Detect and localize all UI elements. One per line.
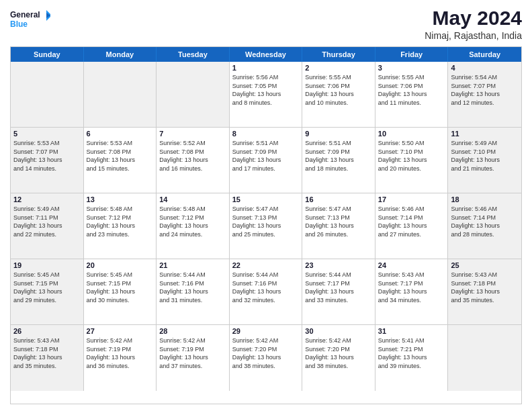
calendar-cell: 25Sunrise: 5:43 AM Sunset: 7:18 PM Dayli… [448,259,521,324]
day-info: Sunrise: 5:51 AM Sunset: 7:09 PM Dayligh… [305,139,372,173]
calendar-cell: 12Sunrise: 5:49 AM Sunset: 7:11 PM Dayli… [11,193,84,259]
calendar-cell [11,62,84,127]
calendar-row: 26Sunrise: 5:43 AM Sunset: 7:18 PM Dayli… [11,325,521,391]
day-number: 24 [378,261,445,269]
day-number: 11 [451,130,519,138]
page: General Blue May 2024 Nimaj, Rajasthan, … [0,0,532,411]
day-info: Sunrise: 5:49 AM Sunset: 7:11 PM Dayligh… [13,205,81,238]
calendar-cell: 8Sunrise: 5:51 AM Sunset: 7:09 PM Daylig… [230,128,303,193]
day-number: 8 [232,130,300,138]
calendar-header-cell: Wednesday [230,47,303,62]
day-info: Sunrise: 5:42 AM Sunset: 7:19 PM Dayligh… [87,336,154,370]
calendar-cell: 22Sunrise: 5:44 AM Sunset: 7:16 PM Dayli… [230,259,303,324]
calendar-cell: 27Sunrise: 5:42 AM Sunset: 7:19 PM Dayli… [84,325,157,391]
calendar-header: SundayMondayTuesdayWednesdayThursdayFrid… [11,47,521,62]
day-info: Sunrise: 5:43 AM Sunset: 7:18 PM Dayligh… [13,336,81,370]
day-info: Sunrise: 5:42 AM Sunset: 7:19 PM Dayligh… [159,336,226,370]
svg-text:Blue: Blue [10,19,28,29]
day-info: Sunrise: 5:44 AM Sunset: 7:16 PM Dayligh… [232,271,300,304]
day-number: 19 [13,261,81,269]
calendar-cell: 31Sunrise: 5:41 AM Sunset: 7:21 PM Dayli… [375,325,449,391]
day-number: 20 [87,261,154,269]
day-info: Sunrise: 5:42 AM Sunset: 7:20 PM Dayligh… [305,336,372,370]
calendar-cell: 21Sunrise: 5:44 AM Sunset: 7:16 PM Dayli… [157,259,230,324]
day-info: Sunrise: 5:53 AM Sunset: 7:07 PM Dayligh… [13,139,81,173]
logo: General Blue [10,7,50,37]
day-number: 22 [232,261,300,269]
day-number: 12 [13,195,81,203]
calendar-cell: 11Sunrise: 5:49 AM Sunset: 7:10 PM Dayli… [448,128,521,193]
calendar-row: 19Sunrise: 5:45 AM Sunset: 7:15 PM Dayli… [11,259,521,325]
calendar-header-cell: Sunday [11,47,84,62]
day-info: Sunrise: 5:48 AM Sunset: 7:12 PM Dayligh… [159,205,226,238]
day-info: Sunrise: 5:51 AM Sunset: 7:09 PM Dayligh… [232,139,300,173]
calendar-cell: 28Sunrise: 5:42 AM Sunset: 7:19 PM Dayli… [157,325,230,391]
day-info: Sunrise: 5:55 AM Sunset: 7:06 PM Dayligh… [378,73,445,107]
day-number: 21 [159,261,226,269]
calendar-cell: 2Sunrise: 5:55 AM Sunset: 7:06 PM Daylig… [302,62,375,127]
calendar-cell: 30Sunrise: 5:42 AM Sunset: 7:20 PM Dayli… [302,325,375,391]
day-number: 16 [305,195,372,203]
day-info: Sunrise: 5:52 AM Sunset: 7:08 PM Dayligh… [159,139,226,173]
day-number: 28 [159,327,226,335]
calendar-cell [157,62,230,127]
calendar-cell: 10Sunrise: 5:50 AM Sunset: 7:10 PM Dayli… [375,128,449,193]
day-number: 13 [87,195,154,203]
day-number: 17 [378,195,445,203]
day-number: 25 [451,261,519,269]
calendar-cell: 7Sunrise: 5:52 AM Sunset: 7:08 PM Daylig… [157,128,230,193]
calendar: SundayMondayTuesdayWednesdayThursdayFrid… [10,46,522,404]
calendar-cell: 15Sunrise: 5:47 AM Sunset: 7:13 PM Dayli… [230,193,303,259]
calendar-cell: 29Sunrise: 5:42 AM Sunset: 7:20 PM Dayli… [230,325,303,391]
calendar-cell [448,325,521,391]
day-info: Sunrise: 5:45 AM Sunset: 7:15 PM Dayligh… [87,271,154,304]
calendar-cell: 23Sunrise: 5:44 AM Sunset: 7:17 PM Dayli… [302,259,375,324]
calendar-header-cell: Friday [375,47,449,62]
svg-text:General: General [10,10,40,19]
calendar-cell: 19Sunrise: 5:45 AM Sunset: 7:15 PM Dayli… [11,259,84,324]
day-info: Sunrise: 5:44 AM Sunset: 7:16 PM Dayligh… [159,271,226,304]
calendar-cell: 13Sunrise: 5:48 AM Sunset: 7:12 PM Dayli… [84,193,157,259]
day-number: 14 [159,195,226,203]
calendar-cell: 6Sunrise: 5:53 AM Sunset: 7:08 PM Daylig… [84,128,157,193]
day-info: Sunrise: 5:41 AM Sunset: 7:21 PM Dayligh… [378,336,445,370]
calendar-cell: 3Sunrise: 5:55 AM Sunset: 7:06 PM Daylig… [375,62,449,127]
day-info: Sunrise: 5:45 AM Sunset: 7:15 PM Dayligh… [13,271,81,304]
day-number: 7 [159,130,226,138]
calendar-cell: 14Sunrise: 5:48 AM Sunset: 7:12 PM Dayli… [157,193,230,259]
calendar-cell: 20Sunrise: 5:45 AM Sunset: 7:15 PM Dayli… [84,259,157,324]
day-number: 26 [13,327,81,335]
day-number: 23 [305,261,372,269]
day-info: Sunrise: 5:49 AM Sunset: 7:10 PM Dayligh… [451,139,519,173]
day-info: Sunrise: 5:47 AM Sunset: 7:13 PM Dayligh… [305,205,372,238]
day-number: 9 [305,130,372,138]
day-info: Sunrise: 5:43 AM Sunset: 7:17 PM Dayligh… [378,271,445,304]
logo-svg: General Blue [10,7,50,37]
day-info: Sunrise: 5:46 AM Sunset: 7:14 PM Dayligh… [378,205,445,238]
title-area: May 2024 Nimaj, Rajasthan, India [425,7,522,41]
calendar-cell: 1Sunrise: 5:56 AM Sunset: 7:05 PM Daylig… [230,62,303,127]
calendar-cell: 4Sunrise: 5:54 AM Sunset: 7:07 PM Daylig… [448,62,521,127]
day-number: 10 [378,130,445,138]
calendar-header-cell: Tuesday [157,47,230,62]
day-info: Sunrise: 5:53 AM Sunset: 7:08 PM Dayligh… [87,139,154,173]
calendar-body: 1Sunrise: 5:56 AM Sunset: 7:05 PM Daylig… [11,62,521,391]
day-info: Sunrise: 5:56 AM Sunset: 7:05 PM Dayligh… [232,73,300,107]
day-number: 27 [87,327,154,335]
day-info: Sunrise: 5:50 AM Sunset: 7:10 PM Dayligh… [378,139,445,173]
day-number: 18 [451,195,519,203]
calendar-cell: 9Sunrise: 5:51 AM Sunset: 7:09 PM Daylig… [302,128,375,193]
day-info: Sunrise: 5:55 AM Sunset: 7:06 PM Dayligh… [305,73,372,107]
day-number: 15 [232,195,300,203]
header: General Blue May 2024 Nimaj, Rajasthan, … [10,7,522,41]
subtitle: Nimaj, Rajasthan, India [425,30,522,41]
calendar-cell: 24Sunrise: 5:43 AM Sunset: 7:17 PM Dayli… [375,259,449,324]
day-info: Sunrise: 5:46 AM Sunset: 7:14 PM Dayligh… [451,205,519,238]
day-number: 2 [305,64,372,72]
day-number: 31 [378,327,445,335]
day-info: Sunrise: 5:48 AM Sunset: 7:12 PM Dayligh… [87,205,154,238]
day-info: Sunrise: 5:42 AM Sunset: 7:20 PM Dayligh… [232,336,300,370]
calendar-header-cell: Thursday [302,47,375,62]
calendar-header-cell: Monday [84,47,157,62]
day-info: Sunrise: 5:43 AM Sunset: 7:18 PM Dayligh… [451,271,519,304]
